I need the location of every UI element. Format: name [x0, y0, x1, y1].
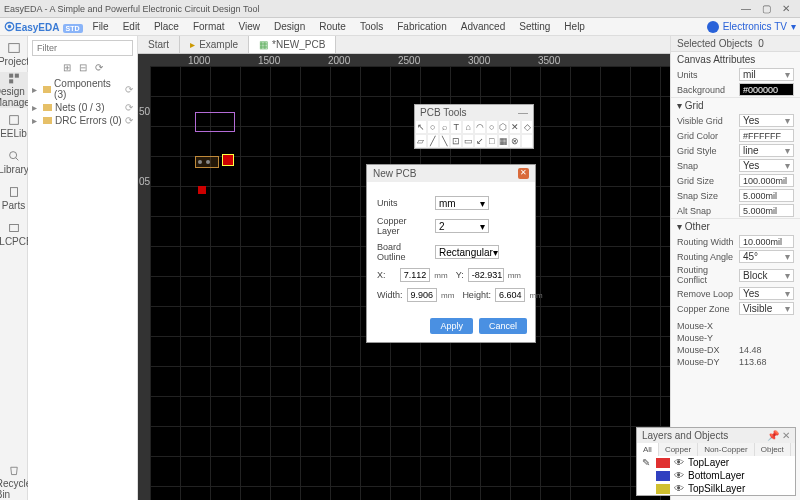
sidebar-eelib[interactable]: EELib — [0, 108, 28, 144]
layers-tab-copper[interactable]: Copper — [659, 443, 698, 456]
pcb-tool-3[interactable]: T — [450, 120, 462, 134]
menu-file[interactable]: File — [87, 19, 115, 34]
menu-format[interactable]: Format — [187, 19, 231, 34]
remove-loop-select[interactable]: Yes▾ — [739, 287, 794, 300]
menu-route[interactable]: Route — [313, 19, 352, 34]
menu-fabrication[interactable]: Fabrication — [391, 19, 452, 34]
pcb-tool-18[interactable]: ⊗ — [509, 134, 521, 148]
pcb-tool-10[interactable]: ▱ — [415, 134, 427, 148]
sidebar-parts[interactable]: Parts — [0, 180, 28, 216]
sidebar-project[interactable]: Project — [0, 36, 28, 72]
visible-grid-select[interactable]: Yes▾ — [739, 114, 794, 127]
layer-color-swatch[interactable] — [656, 458, 670, 468]
grid-style-select[interactable]: line▾ — [739, 144, 794, 157]
menu-view[interactable]: View — [233, 19, 267, 34]
tab-start[interactable]: Start — [138, 36, 180, 53]
sidebar-library[interactable]: Library — [0, 144, 28, 180]
pencil-icon[interactable]: ✎ — [642, 457, 652, 468]
pcb-tool-15[interactable]: ↙ — [474, 134, 486, 148]
layer-color-swatch[interactable] — [656, 484, 670, 494]
tree-expand-icon[interactable]: ⊞ — [63, 62, 71, 73]
layers-tab-noncopper[interactable]: Non-Copper — [698, 443, 755, 456]
layers-panel[interactable]: Layers and Objects📌 ✕ All Copper Non-Cop… — [636, 427, 796, 496]
pcb-tools-panel[interactable]: PCB Tools— ↖○⌕T⌂◠○⬡✕◇▱╱╲⊡▭↙□▦⊗ — [414, 104, 534, 149]
menu-design[interactable]: Design — [268, 19, 311, 34]
units-select[interactable]: mm▾ — [435, 196, 489, 210]
width-input[interactable]: 9.906 — [407, 288, 438, 302]
layers-tab-all[interactable]: All — [637, 443, 659, 456]
menu-setting[interactable]: Setting — [513, 19, 556, 34]
pcb-tool-17[interactable]: ▦ — [498, 134, 510, 148]
pcb-tool-8[interactable]: ✕ — [509, 120, 521, 134]
tab-new-pcb[interactable]: ▦*NEW_PCB — [249, 36, 336, 53]
user-menu[interactable]: Electronics TV ▾ — [707, 21, 796, 33]
tab-example[interactable]: ▸Example — [180, 36, 249, 53]
dialog-close-icon[interactable]: ✕ — [518, 168, 529, 179]
eye-icon[interactable]: 👁 — [674, 483, 684, 494]
pcb-tool-5[interactable]: ◠ — [474, 120, 486, 134]
routing-conflict-select[interactable]: Block▾ — [739, 269, 794, 282]
grid-color-input[interactable]: #FFFFFF — [739, 129, 794, 142]
pcb-tools-minimize-icon[interactable]: — — [518, 107, 528, 118]
routing-angle-select[interactable]: 45°▾ — [739, 250, 794, 263]
y-input[interactable]: -82.931 — [468, 268, 504, 282]
board-outline-select[interactable]: Rectangular▾ — [435, 245, 499, 259]
pcb-tool-0[interactable]: ↖ — [415, 120, 427, 134]
eye-icon[interactable]: 👁 — [674, 470, 684, 481]
close-icon[interactable]: ✕ — [776, 3, 796, 14]
copper-zone-select[interactable]: Visible▾ — [739, 302, 794, 315]
tree-components[interactable]: ▸Components (3)⟳ — [32, 77, 133, 101]
sidebar-recycle-bin[interactable]: Recycle Bin — [0, 464, 28, 500]
tree-nets[interactable]: ▸Nets (0 / 3)⟳ — [32, 101, 133, 114]
component-pad[interactable] — [198, 186, 206, 194]
pcb-tool-12[interactable]: ╲ — [439, 134, 451, 148]
pcb-tool-4[interactable]: ⌂ — [462, 120, 474, 134]
alt-snap-input[interactable]: 5.000mil — [739, 204, 794, 217]
pcb-tool-13[interactable]: ⊡ — [450, 134, 462, 148]
background-color-input[interactable]: #000000 — [739, 83, 794, 96]
pcb-tool-16[interactable]: □ — [486, 134, 498, 148]
filter-input[interactable] — [32, 40, 133, 56]
sidebar-design-manager[interactable]: Design Manager — [0, 72, 28, 108]
layer-row[interactable]: ✎👁TopLayer — [637, 456, 795, 469]
eye-icon[interactable]: 👁 — [674, 457, 684, 468]
component-pad[interactable] — [222, 154, 234, 166]
apply-button[interactable]: Apply — [430, 318, 473, 334]
pcb-tool-19[interactable] — [521, 134, 533, 148]
layers-pin-icon[interactable]: 📌 ✕ — [767, 430, 790, 441]
snap-select[interactable]: Yes▾ — [739, 159, 794, 172]
routing-width-input[interactable]: 10.000mil — [739, 235, 794, 248]
menu-advanced[interactable]: Advanced — [455, 19, 511, 34]
grid-size-input[interactable]: 100.000mil — [739, 174, 794, 187]
menu-place[interactable]: Place — [148, 19, 185, 34]
minimize-icon[interactable]: — — [736, 3, 756, 14]
menu-help[interactable]: Help — [558, 19, 591, 34]
copper-layer-select[interactable]: 2▾ — [435, 219, 489, 233]
layer-row[interactable]: 👁TopSilkLayer — [637, 482, 795, 495]
ruler-vertical: 5005 — [138, 66, 150, 500]
units-select[interactable]: mil▾ — [739, 68, 794, 81]
layers-tab-object[interactable]: Object — [755, 443, 791, 456]
tree-collapse-icon[interactable]: ⊟ — [79, 62, 87, 73]
layer-row[interactable]: 👁BottomLayer — [637, 469, 795, 482]
tree-drc-errors[interactable]: ▸DRC Errors (0)⟳ — [32, 114, 133, 127]
maximize-icon[interactable]: ▢ — [756, 3, 776, 14]
component-footprint[interactable] — [195, 156, 219, 168]
pcb-tool-9[interactable]: ◇ — [521, 120, 533, 134]
x-input[interactable]: 7.112 — [400, 268, 431, 282]
sidebar-jlcpcb[interactable]: JLCPCB — [0, 216, 28, 252]
height-input[interactable]: 6.604 — [495, 288, 526, 302]
menu-tools[interactable]: Tools — [354, 19, 389, 34]
snap-size-input[interactable]: 5.000mil — [739, 189, 794, 202]
layer-color-swatch[interactable] — [656, 471, 670, 481]
tree-refresh-icon[interactable]: ⟳ — [95, 62, 103, 73]
board-outline-shape[interactable] — [195, 112, 235, 132]
pcb-tool-2[interactable]: ⌕ — [439, 120, 451, 134]
cancel-button[interactable]: Cancel — [479, 318, 527, 334]
pcb-tool-6[interactable]: ○ — [486, 120, 498, 134]
pcb-tool-7[interactable]: ⬡ — [498, 120, 510, 134]
pcb-tool-14[interactable]: ▭ — [462, 134, 474, 148]
pcb-tool-11[interactable]: ╱ — [427, 134, 439, 148]
menu-edit[interactable]: Edit — [117, 19, 146, 34]
pcb-tool-1[interactable]: ○ — [427, 120, 439, 134]
